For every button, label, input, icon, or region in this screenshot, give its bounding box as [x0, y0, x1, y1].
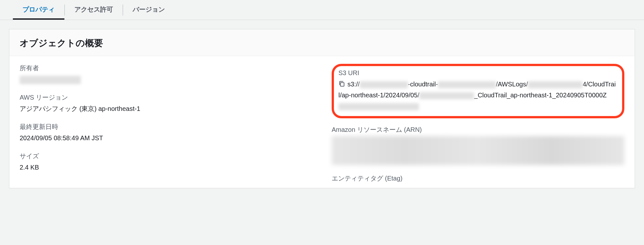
field-region: AWS リージョン アジアパシフィック (東京) ap-northeast-1 [20, 93, 312, 113]
s3uri-text-p2: -cloudtrail- [408, 81, 438, 88]
field-etag: エンティティタグ (Etag) [332, 174, 624, 183]
s3uri-text-p3: /AWSLogs/ [496, 81, 528, 88]
svg-rect-0 [340, 83, 344, 86]
region-label: AWS リージョン [20, 93, 312, 102]
redacted-value: xx [338, 103, 419, 110]
lastmodified-label: 最終更新日時 [20, 122, 312, 131]
etag-label: エンティティタグ (Etag) [332, 174, 624, 183]
object-overview-panel: オブジェクトの概要 所有者 xxxxxxxxxxx AWS リージョン アジアパ… [9, 29, 635, 188]
tabs-bar: プロパティ アクセス許可 バージョン [0, 0, 644, 20]
s3uri-label: S3 URI [338, 69, 618, 77]
redacted-value: xx [528, 81, 582, 88]
tab-versions[interactable]: バージョン [123, 0, 175, 20]
field-owner: 所有者 xxxxxxxxxxx [20, 64, 312, 84]
tab-permissions[interactable]: アクセス許可 [65, 0, 123, 20]
s3-uri-highlight: S3 URI s3://xx-cloudtrail-xx/AWSLogs/xx4… [332, 64, 624, 118]
field-size: サイズ 2.4 KB [20, 152, 312, 172]
redacted-value: xx [419, 92, 474, 99]
s3uri-text-p5: _CloudTrail_ap-northeast-1_20240905T0000… [474, 92, 607, 99]
redacted-value: xx [360, 81, 408, 88]
left-column: 所有者 xxxxxxxxxxx AWS リージョン アジアパシフィック (東京)… [20, 64, 312, 185]
redacted-value: xx [438, 81, 496, 88]
size-label: サイズ [20, 152, 312, 161]
panel-body: 所有者 xxxxxxxxxxx AWS リージョン アジアパシフィック (東京)… [9, 56, 635, 188]
owner-value: xxxxxxxxxxx [20, 74, 312, 84]
size-value: 2.4 KB [20, 162, 312, 172]
s3uri-text-p1: s3:// [347, 81, 360, 88]
field-arn: Amazon リソースネーム (ARN) [332, 125, 624, 165]
panel-title: オブジェクトの概要 [20, 37, 624, 49]
owner-label: 所有者 [20, 64, 312, 73]
arn-label: Amazon リソースネーム (ARN) [332, 125, 624, 134]
tab-properties[interactable]: プロパティ [13, 0, 64, 20]
right-column: S3 URI s3://xx-cloudtrail-xx/AWSLogs/xx4… [332, 64, 624, 185]
field-lastmodified: 最終更新日時 2024/09/05 08:58:49 AM JST [20, 122, 312, 143]
region-value: アジアパシフィック (東京) ap-northeast-1 [20, 104, 312, 113]
redacted-block [332, 136, 624, 165]
lastmodified-value: 2024/09/05 08:58:49 AM JST [20, 133, 312, 143]
redacted-value: xxxxxxxxxxx [20, 76, 81, 84]
copy-icon[interactable] [338, 79, 345, 86]
s3uri-value: s3://xx-cloudtrail-xx/AWSLogs/xx4/CloudT… [338, 79, 618, 112]
panel-header: オブジェクトの概要 [9, 29, 635, 56]
